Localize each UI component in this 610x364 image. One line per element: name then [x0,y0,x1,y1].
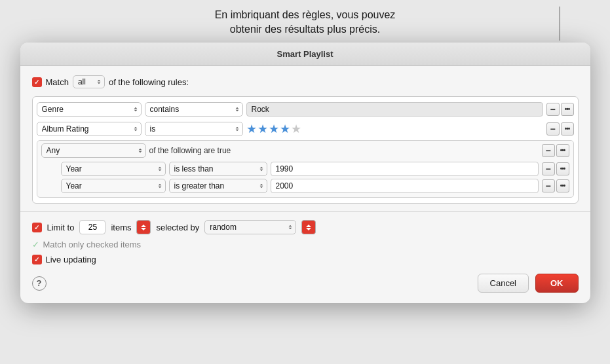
year1-rule-actions: − ••• [542,162,569,175]
button-row: ? Cancel OK [20,274,590,293]
year1-value-input[interactable] [271,162,539,176]
tooltip-text: En imbriquant des règles, vous pouvez ob… [215,8,396,36]
spinner-down [141,228,146,230]
limit-unit-label: items [111,223,131,232]
match-checked-checkmark: ✓ [32,240,39,249]
match-checked-label: Match only checked items [43,240,142,249]
tooltip-line1: En imbriquant des règles, vous pouvez [215,9,396,20]
spinner-up [141,225,146,227]
selected-by-spinner-down [306,228,311,230]
dialog-body: Match all any of the following rules: Ge… [20,66,590,204]
genre-condition-select[interactable]: contains [145,102,243,117]
nested-group-more-btn[interactable]: ••• [556,144,569,157]
limit-row: Limit to items selected by random album … [32,220,579,234]
album-rating-rule-actions: − ••• [546,122,574,136]
year2-more-btn[interactable]: ••• [556,179,569,192]
album-rating-more-btn[interactable]: ••• [561,122,574,136]
nested-group-header: Any of the following are true − ••• [41,143,569,158]
star-3: ★ [269,122,279,136]
match-all-select[interactable]: all any [73,75,105,88]
genre-remove-btn[interactable]: − [546,103,560,116]
subrule-row-year-2: Year is greater than − ••• [61,177,569,194]
dialog-buttons: Cancel OK [478,274,579,293]
match-checked-row: ✓ Match only checked items [32,240,579,249]
limit-value-input[interactable] [79,220,105,234]
selected-by-label: selected by [156,223,199,232]
nested-group: Any of the following are true − ••• Year [37,140,574,198]
album-rating-condition-select[interactable]: is [145,122,243,136]
year1-more-btn[interactable]: ••• [556,162,569,175]
limit-checkbox[interactable] [32,223,42,232]
rules-scroll-area: Genre contains − ••• Album Rating [37,101,574,199]
cancel-button[interactable]: Cancel [478,274,529,293]
rule-row-genre: Genre contains − ••• [37,101,574,118]
match-suffix: of the following rules: [109,77,189,87]
live-updating-row: Live updating [32,255,579,264]
rules-container: Genre contains − ••• Album Rating [32,96,579,204]
help-button[interactable]: ? [32,276,47,291]
genre-value-input[interactable] [246,102,543,117]
match-checkbox[interactable] [32,77,42,87]
match-label: Match [46,77,69,87]
nested-group-actions: − ••• [542,144,569,157]
bottom-section: Limit to items selected by random album … [20,220,590,264]
ok-button[interactable]: OK [535,274,579,293]
nested-group-remove-btn[interactable]: − [542,144,555,157]
genre-more-btn[interactable]: ••• [561,103,574,116]
year1-field-select[interactable]: Year [61,162,166,176]
selected-by-spinner-up [306,225,311,227]
album-rating-remove-btn[interactable]: − [546,122,560,136]
year2-rule-actions: − ••• [542,179,569,192]
genre-rule-actions: − ••• [546,103,574,116]
year1-condition-select[interactable]: is less than [169,162,267,176]
star-2: ★ [257,122,268,136]
stars-display[interactable]: ★ ★ ★ ★ ★ [246,122,543,136]
year2-field-select[interactable]: Year [61,179,166,193]
tooltip-line-indicator [560,7,560,41]
tooltip-line2: obtenir des résultats plus précis. [230,24,380,35]
star-4: ★ [280,122,290,136]
limit-spinner[interactable] [136,220,151,234]
selected-by-spinner[interactable] [301,220,316,234]
album-rating-field-select[interactable]: Album Rating [37,122,142,136]
subrule-row-year-1: Year is less than − ••• [61,160,569,177]
year1-remove-btn[interactable]: − [542,162,555,175]
limit-label: Limit to [47,223,75,232]
nested-group-label: of the following are true [149,146,539,155]
section-divider [20,211,590,212]
tooltip-area: En imbriquant des règles, vous pouvez ob… [0,0,610,43]
dialog-title: Smart Playlist [20,43,590,66]
nested-group-field-select[interactable]: Any [41,143,146,158]
year2-remove-btn[interactable]: − [542,179,555,192]
live-updating-checkbox[interactable] [32,255,42,264]
smart-playlist-dialog: Smart Playlist Match all any of the foll… [20,43,590,303]
selected-by-select[interactable]: random album artist [204,220,296,234]
rule-row-album-rating: Album Rating is ★ ★ ★ ★ ★ − ••• [37,120,574,137]
live-updating-label: Live updating [46,255,96,264]
year2-value-input[interactable] [271,179,539,193]
year2-condition-select[interactable]: is greater than [169,179,267,193]
star-5: ★ [291,122,301,136]
genre-field-select[interactable]: Genre [37,102,142,117]
star-1: ★ [246,122,257,136]
match-row: Match all any of the following rules: [32,75,579,88]
